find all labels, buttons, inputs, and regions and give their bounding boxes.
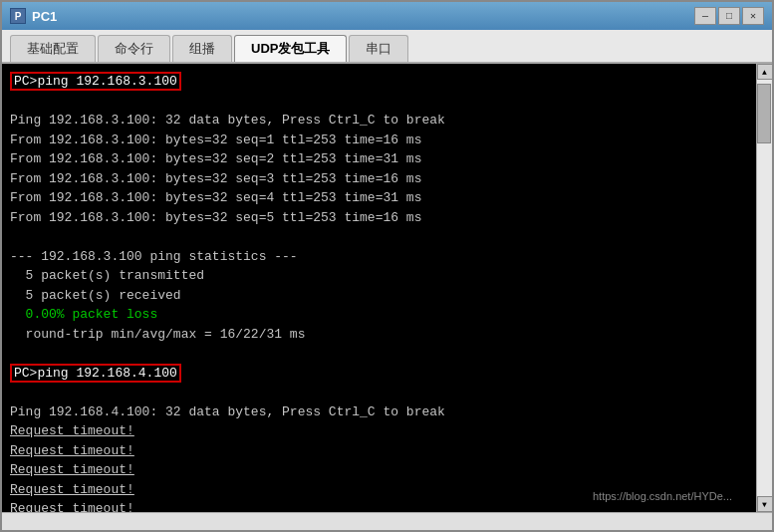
title-controls: — □ ✕ (694, 7, 764, 25)
minimize-button[interactable]: — (694, 7, 716, 25)
terminal-normal-line: From 192.168.3.100: bytes=32 seq=1 ttl=2… (10, 131, 748, 150)
cmd-box: PC>ping 192.168.4.100 (10, 364, 181, 383)
terminal-cmd-line: PC>ping 192.168.4.100 (10, 364, 748, 384)
tab-command-line[interactable]: 命令行 (98, 35, 170, 62)
terminal-underline-line: Request timeout! (10, 421, 748, 441)
tab-udp-tool[interactable]: UDP发包工具 (234, 35, 347, 62)
scrollbar-thumb[interactable] (757, 84, 771, 143)
scrollbar[interactable]: ▲ ▼ (756, 64, 772, 512)
tab-serial[interactable]: 串口 (349, 35, 408, 62)
terminal-normal-line: From 192.168.3.100: bytes=32 seq=4 ttl=2… (10, 188, 748, 208)
tab-multicast[interactable]: 组播 (172, 35, 232, 62)
terminal-normal-line: 5 packet(s) received (10, 286, 748, 306)
close-button[interactable]: ✕ (742, 7, 764, 25)
tabs-bar: 基础配置 命令行 组播 UDP发包工具 串口 (2, 30, 772, 64)
window-title: PC1 (32, 9, 57, 24)
content-area: PC>ping 192.168.3.100 Ping 192.168.3.100… (2, 64, 772, 512)
scroll-down-button[interactable]: ▼ (757, 496, 773, 512)
window-icon: P (10, 8, 26, 24)
scrollbar-track (757, 80, 772, 496)
terminal-normal-line: --- 192.168.3.100 ping statistics --- (10, 247, 748, 267)
terminal-normal-line: Ping 192.168.4.100: 32 data bytes, Press… (10, 402, 748, 422)
cmd-box: PC>ping 192.168.3.100 (10, 72, 181, 91)
terminal-underline-line: Request timeout! (10, 441, 748, 461)
terminal-blank-line (10, 344, 748, 364)
maximize-button[interactable]: □ (718, 7, 740, 25)
terminal[interactable]: PC>ping 192.168.3.100 Ping 192.168.3.100… (2, 64, 756, 512)
terminal-blank-line (10, 383, 748, 402)
terminal-green-line: 0.00% packet loss (10, 305, 748, 325)
terminal-normal-line: From 192.168.3.100: bytes=32 seq=2 ttl=2… (10, 149, 748, 169)
terminal-normal-line: Ping 192.168.3.100: 32 data bytes, Press… (10, 111, 748, 131)
terminal-cmd-line: PC>ping 192.168.3.100 (10, 72, 748, 92)
watermark: https://blog.csdn.net/HYDe... (593, 488, 732, 505)
tab-basic-config[interactable]: 基础配置 (10, 35, 96, 62)
bottom-bar (2, 512, 772, 530)
main-window: P PC1 — □ ✕ 基础配置 命令行 组播 UDP发包工具 串口 PC>pi… (0, 0, 774, 532)
title-bar: P PC1 — □ ✕ (2, 2, 772, 30)
terminal-normal-line: 5 packet(s) transmitted (10, 266, 748, 286)
terminal-blank-line (10, 227, 748, 247)
terminal-normal-line: From 192.168.3.100: bytes=32 seq=5 ttl=2… (10, 208, 748, 228)
scroll-up-button[interactable]: ▲ (757, 64, 773, 80)
terminal-underline-line: Request timeout! (10, 460, 748, 480)
title-bar-text: P PC1 (10, 8, 57, 24)
terminal-normal-line: From 192.168.3.100: bytes=32 seq=3 ttl=2… (10, 169, 748, 189)
terminal-blank-line (10, 92, 748, 112)
terminal-normal-line: round-trip min/avg/max = 16/22/31 ms (10, 325, 748, 345)
